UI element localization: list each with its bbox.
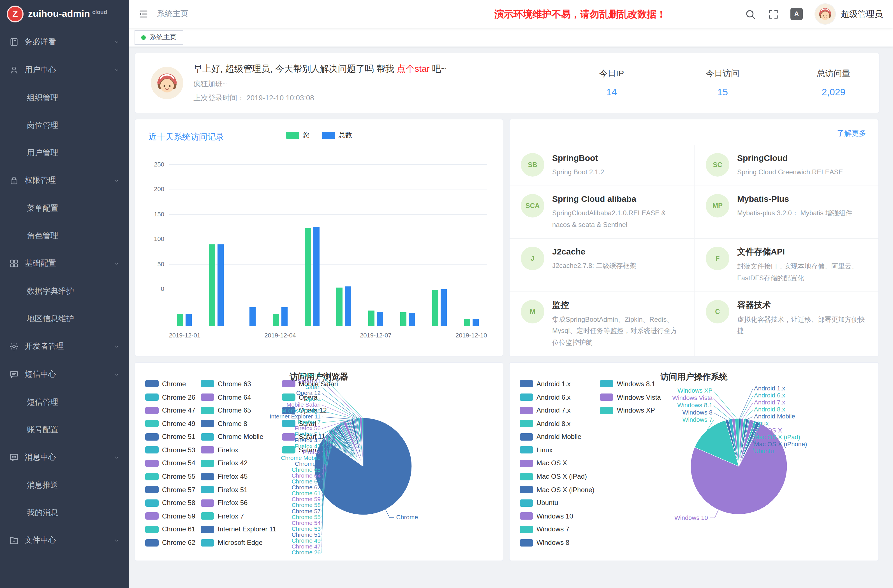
tab-home[interactable]: 系统主页 xyxy=(135,30,183,45)
pie-slice xyxy=(347,420,363,466)
legend-item[interactable]: 总数 xyxy=(322,131,352,140)
sidebar-subitem[interactable]: 短信管理 xyxy=(0,388,129,416)
pie-slice xyxy=(357,418,363,466)
legend-item[interactable]: Safari 11 xyxy=(282,433,338,441)
legend-swatch xyxy=(145,433,159,441)
chevron-down-icon xyxy=(113,343,120,350)
sidebar-item[interactable]: 务必详看 xyxy=(0,28,129,56)
legend-item[interactable]: Opera 12 xyxy=(282,406,338,414)
star-link[interactable]: 点个star xyxy=(397,64,429,73)
legend-swatch xyxy=(520,394,533,401)
legend-item[interactable]: Firefox 7 xyxy=(201,512,277,520)
search-icon[interactable] xyxy=(744,8,756,20)
legend-label: Firefox 7 xyxy=(218,512,244,520)
legend-item[interactable]: Chrome 53 xyxy=(145,446,195,454)
legend-item[interactable]: Chrome 49 xyxy=(145,420,195,427)
legend-item[interactable]: Microsoft Edge xyxy=(201,539,277,546)
legend-item[interactable]: Mac OS X (iPhone) xyxy=(520,486,594,493)
cards-grid: 近十天系统访问记录 您总数 0501001502002502019-12-012… xyxy=(135,119,879,561)
legend-item[interactable]: Chrome 59 xyxy=(145,512,195,520)
legend-label: Ubuntu xyxy=(537,499,558,507)
greeting-suffix: 吧~ xyxy=(430,64,446,73)
legend-item[interactable]: Opera xyxy=(282,393,338,401)
legend-item[interactable]: Safari xyxy=(282,420,338,427)
sidebar-subitem[interactable]: 账号配置 xyxy=(0,416,129,444)
legend-swatch xyxy=(201,447,214,454)
collapse-sidebar-icon[interactable] xyxy=(138,8,149,20)
sidebar-subitem[interactable]: 菜单配置 xyxy=(0,194,129,222)
legend-item[interactable]: Chrome Mobile xyxy=(201,433,277,441)
legend-item[interactable]: Chrome 26 xyxy=(145,393,195,401)
legend-item[interactable]: Windows 7 xyxy=(520,525,594,533)
legend-item[interactable]: 您 xyxy=(286,131,310,140)
legend-item[interactable]: Firefox xyxy=(201,446,277,454)
sidebar-item[interactable]: 短信中心 xyxy=(0,361,129,388)
tech-desc: SpringCloudAlibaba2.1.0.RELEASE & nacos … xyxy=(552,208,683,231)
legend-item[interactable]: Firefox 51 xyxy=(201,486,277,493)
bar xyxy=(218,244,224,326)
legend-item[interactable]: Chrome 51 xyxy=(145,433,195,441)
sidebar-item[interactable]: 用户中心 xyxy=(0,56,129,84)
pie-slice xyxy=(355,418,363,466)
legend-item[interactable]: Android 8.x xyxy=(520,420,594,427)
lock-icon xyxy=(9,176,19,185)
legend-item[interactable]: Ubuntu xyxy=(520,499,594,507)
legend-item[interactable]: Chrome 65 xyxy=(201,406,277,414)
sidebar-subitem[interactable]: 用户管理 xyxy=(0,139,129,167)
legend-item[interactable]: Chrome 61 xyxy=(145,525,195,533)
sidebar-subitem[interactable]: 组织管理 xyxy=(0,84,129,111)
legend-item[interactable]: Linux xyxy=(520,446,594,454)
legend-item[interactable]: Firefox 42 xyxy=(201,459,277,467)
learn-more-link[interactable]: 了解更多 xyxy=(837,128,866,138)
app-logo[interactable]: Z zuihou-admin cloud xyxy=(0,0,129,28)
legend-item[interactable]: Chrome 57 xyxy=(145,486,195,493)
legend-item[interactable]: Chrome 58 xyxy=(145,499,195,507)
legend-item[interactable]: Mac OS X (iPad) xyxy=(520,472,594,480)
legend-item[interactable]: Chrome 54 xyxy=(145,459,195,467)
legend-item[interactable]: Chrome 55 xyxy=(145,472,195,480)
legend-item[interactable]: Windows 8 xyxy=(520,539,594,546)
os-pie-card: 访问用户操作系统 Android 1.xAndroid 6.xAndroid 7… xyxy=(509,362,879,561)
legend-item[interactable]: Chrome 47 xyxy=(145,406,195,414)
avatar[interactable] xyxy=(815,4,835,24)
sidebar-item[interactable]: 开发者管理 xyxy=(0,332,129,361)
legend-label: Firefox 56 xyxy=(218,499,248,507)
sidebar: Z zuihou-admin cloud 务必详看用户中心组织管理岗位管理用户管… xyxy=(0,0,129,588)
legend-item[interactable]: Chrome 62 xyxy=(145,539,195,546)
legend-item[interactable]: Windows XP xyxy=(600,406,661,414)
legend-item[interactable]: Android 7.x xyxy=(520,406,594,414)
legend-item[interactable]: Mac OS X xyxy=(520,459,594,467)
sidebar-subitem[interactable]: 角色管理 xyxy=(0,222,129,250)
legend-item[interactable]: Android 6.x xyxy=(520,393,594,401)
sidebar-subitem[interactable]: 岗位管理 xyxy=(0,111,129,139)
font-size-icon[interactable]: A xyxy=(791,8,803,20)
folder-icon xyxy=(9,535,19,545)
legend-item[interactable]: Windows Vista xyxy=(600,393,661,401)
sidebar-item[interactable]: 基础配置 xyxy=(0,250,129,277)
tech-desc: Spring Cloud Greenwich.RELEASE xyxy=(737,167,843,178)
sidebar-subitem[interactable]: 消息推送 xyxy=(0,471,129,499)
legend-item[interactable]: Chrome 8 xyxy=(201,420,277,427)
legend-label: Safari 11 xyxy=(299,433,325,441)
current-user-name[interactable]: 超级管理员 xyxy=(841,9,883,20)
legend-swatch xyxy=(322,132,335,139)
legend-item[interactable]: Internet Explorer 11 xyxy=(201,525,277,533)
legend-item[interactable]: Safari 9 xyxy=(282,446,338,454)
legend-label: Internet Explorer 11 xyxy=(218,525,277,533)
legend-item[interactable]: Firefox 56 xyxy=(201,499,277,507)
fullscreen-icon[interactable] xyxy=(767,8,779,20)
sidebar-item[interactable]: 权限管理 xyxy=(0,167,129,194)
legend-item[interactable]: Android Mobile xyxy=(520,433,594,441)
sidebar-subitem[interactable]: 地区信息维护 xyxy=(0,305,129,332)
legend-item[interactable]: Chrome 64 xyxy=(201,393,277,401)
chat-icon xyxy=(9,369,19,379)
sidebar-subitem[interactable]: 数据字典维护 xyxy=(0,277,129,305)
sidebar-item[interactable]: 消息中心 xyxy=(0,444,129,471)
sidebar-subitem[interactable]: 我的消息 xyxy=(0,499,129,526)
bar-plot: 0501001502002502019-12-012019-12-042019-… xyxy=(169,164,487,327)
legend-item[interactable]: Firefox 45 xyxy=(201,472,277,480)
bar xyxy=(209,244,215,326)
x-axis-label: 2019-12-10 xyxy=(456,332,487,338)
sidebar-item[interactable]: 文件中心 xyxy=(0,526,129,554)
legend-item[interactable]: Windows 10 xyxy=(520,512,594,520)
